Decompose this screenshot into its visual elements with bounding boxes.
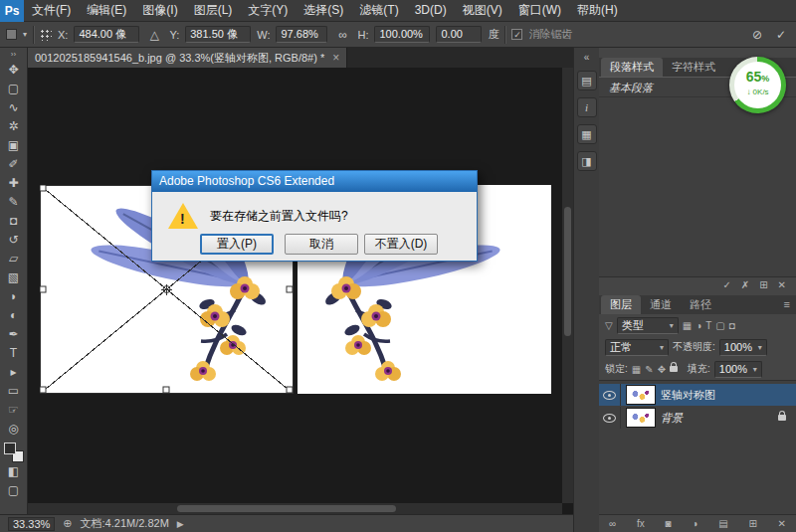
- expand-panels-icon[interactable]: «: [584, 52, 590, 64]
- vertical-scrollbar[interactable]: [562, 68, 573, 503]
- panel-menu-icon[interactable]: ≡: [784, 295, 790, 314]
- pen-tool[interactable]: ✒: [0, 325, 28, 344]
- menu-image[interactable]: 图像(I): [134, 0, 185, 21]
- screen-mode-button[interactable]: ▢: [0, 481, 28, 500]
- properties-panel-icon[interactable]: ◨: [577, 151, 597, 171]
- menu-view[interactable]: 视图(V): [455, 0, 510, 21]
- healing-brush-tool[interactable]: ✚: [0, 174, 28, 193]
- maintain-aspect-icon[interactable]: ∞: [333, 28, 351, 42]
- toolbar-collapse-icon[interactable]: ››: [0, 48, 27, 61]
- cancel-button[interactable]: 取消: [285, 234, 358, 255]
- cancel-transform-icon[interactable]: ⊘: [748, 28, 766, 42]
- marquee-tool[interactable]: ▢: [0, 80, 28, 98]
- place-button[interactable]: 置入(P): [200, 234, 274, 255]
- visibility-toggle[interactable]: [599, 384, 621, 406]
- vertical-scrollbar-thumb[interactable]: [564, 207, 571, 336]
- menu-window[interactable]: 窗口(W): [510, 0, 569, 21]
- horizontal-scrollbar-thumb[interactable]: [177, 505, 396, 512]
- commit-transform-icon[interactable]: ✓: [772, 28, 790, 42]
- eyedropper-tool[interactable]: ✐: [0, 155, 28, 174]
- menu-3d[interactable]: 3D(D): [407, 0, 455, 21]
- history-panel-icon[interactable]: ▤: [577, 71, 597, 90]
- lock-transparency-icon[interactable]: ▦: [632, 364, 641, 375]
- delete-style-icon[interactable]: ✕: [778, 279, 786, 290]
- lock-position-icon[interactable]: ✥: [658, 364, 666, 375]
- menu-type[interactable]: 文字(Y): [240, 0, 296, 21]
- layer-group-icon[interactable]: ▤: [718, 518, 727, 529]
- opacity-dropdown[interactable]: 100% ▾: [719, 339, 767, 356]
- y-position-field[interactable]: 381.50 像: [185, 26, 251, 43]
- dodge-tool[interactable]: ◐: [0, 306, 28, 325]
- adjustment-layer-icon[interactable]: ◑: [692, 518, 697, 529]
- menu-filter[interactable]: 滤镜(T): [351, 0, 406, 21]
- layer-effects-icon[interactable]: fx: [637, 518, 645, 529]
- dont-place-button[interactable]: 不置入(D): [364, 234, 438, 255]
- reference-point-grid-icon[interactable]: [40, 29, 52, 41]
- status-flyout-icon[interactable]: ▶: [177, 519, 184, 529]
- document-tab[interactable]: 0012025185941546_b.jpg @ 33.3%(竖轴对称图, RG…: [28, 48, 347, 68]
- tab-channels[interactable]: 通道: [641, 295, 681, 314]
- info-panel-icon[interactable]: i: [577, 97, 597, 117]
- brush-tool[interactable]: ✎: [0, 193, 28, 212]
- quick-mask-button[interactable]: ◧: [0, 462, 28, 481]
- lasso-tool[interactable]: ∿: [0, 98, 28, 117]
- filter-adjustment-icon[interactable]: ◑: [696, 320, 701, 331]
- type-tool[interactable]: T: [0, 344, 28, 363]
- layer-thumbnail[interactable]: [626, 408, 656, 428]
- horizontal-scrollbar[interactable]: [28, 503, 562, 514]
- filter-smart-icon[interactable]: ◘: [729, 320, 735, 331]
- new-layer-icon[interactable]: ⊞: [748, 518, 756, 529]
- tab-paths[interactable]: 路径: [681, 295, 720, 314]
- hand-tool[interactable]: ☞: [0, 401, 28, 420]
- filter-type-icon[interactable]: T: [705, 320, 711, 331]
- lock-pixels-icon[interactable]: ✎: [645, 364, 653, 375]
- tab-character-styles[interactable]: 字符样式: [663, 58, 724, 77]
- delete-layer-icon[interactable]: ✕: [778, 518, 786, 529]
- link-layers-icon[interactable]: ∞: [609, 518, 616, 529]
- layer-row-background[interactable]: 背景: [599, 407, 796, 429]
- tab-paragraph-styles[interactable]: 段落样式: [601, 58, 663, 77]
- zoom-level-field[interactable]: 33.33%: [8, 517, 55, 531]
- path-selection-tool[interactable]: ▸: [0, 363, 28, 382]
- rotation-angle-field[interactable]: 0.00: [436, 26, 482, 43]
- x-position-field[interactable]: 484.00 像: [74, 26, 139, 43]
- menu-help[interactable]: 帮助(H): [569, 0, 626, 21]
- foreground-color-swatch[interactable]: [4, 443, 16, 454]
- gradient-tool[interactable]: ▧: [0, 268, 28, 287]
- eraser-tool[interactable]: ▱: [0, 250, 28, 268]
- visibility-toggle[interactable]: [599, 407, 621, 429]
- height-field[interactable]: 100.00%: [374, 26, 430, 43]
- layer-mask-icon[interactable]: ◙: [665, 518, 671, 529]
- crop-tool[interactable]: ▣: [0, 136, 28, 155]
- clone-stamp-tool[interactable]: ◘: [0, 212, 28, 231]
- color-swatches[interactable]: [4, 443, 24, 462]
- tab-layers[interactable]: 图层: [601, 295, 641, 314]
- menu-file[interactable]: 文件(F): [24, 0, 79, 21]
- fill-dropdown[interactable]: 100% ▾: [714, 361, 762, 378]
- shape-tool[interactable]: ▭: [0, 382, 28, 401]
- tool-preset-icon[interactable]: [6, 29, 17, 40]
- move-tool[interactable]: ✥: [0, 61, 28, 80]
- filter-pixel-icon[interactable]: ▦: [683, 320, 692, 331]
- history-brush-tool[interactable]: ↺: [0, 231, 28, 250]
- new-style-icon[interactable]: ⊞: [759, 279, 767, 290]
- tab-close-icon[interactable]: ×: [332, 48, 339, 68]
- clear-override-icon[interactable]: ✗: [741, 279, 749, 290]
- relative-position-icon[interactable]: △: [145, 28, 163, 42]
- antialias-checkbox[interactable]: ✓: [511, 29, 522, 40]
- menu-layer[interactable]: 图层(L): [186, 0, 241, 21]
- layer-thumbnail[interactable]: [626, 385, 656, 405]
- blend-mode-dropdown[interactable]: 正常 ▾: [605, 339, 669, 356]
- lock-all-icon[interactable]: [670, 366, 678, 372]
- histogram-panel-icon[interactable]: ▦: [577, 124, 597, 144]
- layer-row-symmetry[interactable]: 竖轴对称图: [599, 384, 796, 406]
- redefine-style-icon[interactable]: ✓: [722, 279, 730, 290]
- canvas-area[interactable]: [28, 68, 573, 514]
- zoom-tool[interactable]: ◎: [0, 420, 28, 439]
- blur-tool[interactable]: ◗: [0, 287, 28, 306]
- menu-edit[interactable]: 编辑(E): [79, 0, 134, 21]
- filter-type-dropdown[interactable]: 类型 ▾: [617, 317, 679, 334]
- width-field[interactable]: 97.68%: [276, 26, 327, 43]
- filter-shape-icon[interactable]: ▢: [715, 320, 724, 331]
- quick-selection-tool[interactable]: ✲: [0, 117, 28, 136]
